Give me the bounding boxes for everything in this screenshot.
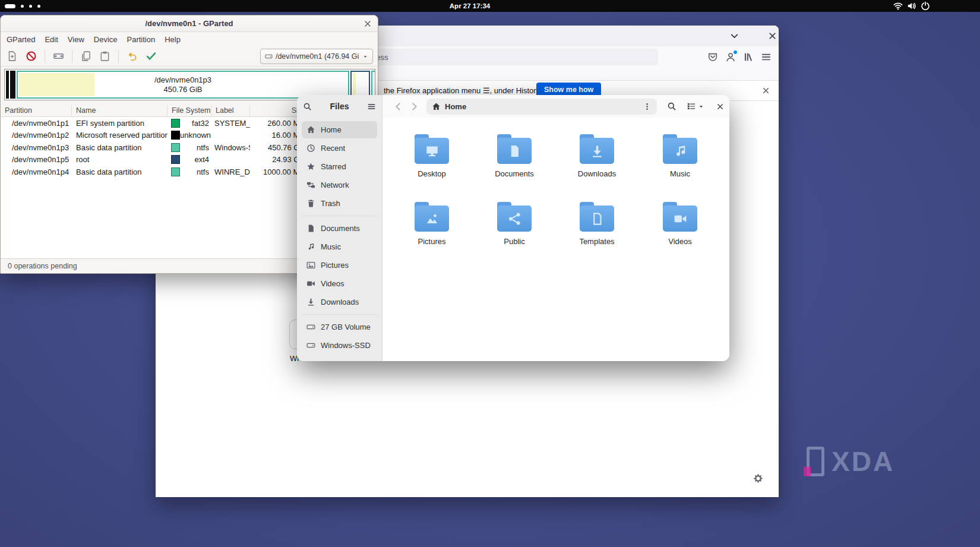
clock[interactable]: Apr 27 17:34 — [431, 0, 508, 12]
gparted-window-title: /dev/nvme0n1 - GParted — [1, 15, 378, 32]
sidebar-item-videos[interactable]: Videos — [302, 275, 377, 292]
partition-block-device: /dev/nvme0n1p3 — [18, 75, 348, 85]
copy-partition-button[interactable] — [80, 50, 91, 62]
home-icon — [306, 125, 315, 134]
paste-partition-button[interactable] — [99, 50, 110, 62]
filesystem-color-chip — [171, 167, 180, 176]
menu-gparted[interactable]: GParted — [2, 35, 40, 44]
folder-templates[interactable]: Templates — [564, 201, 630, 246]
sidebar-item-label: Windows-SSD — [321, 341, 371, 350]
partition-block-p4[interactable] — [371, 71, 375, 99]
menu-edit[interactable]: Edit — [40, 35, 62, 44]
partition-label: SYSTEM_DRV — [211, 119, 250, 128]
view-options-caret-icon[interactable] — [698, 103, 704, 110]
workspace-dot — [21, 5, 24, 8]
column-header-label[interactable]: Label — [211, 105, 250, 116]
folder-music[interactable]: Music — [647, 133, 713, 178]
sidebar-item-recent[interactable]: Recent — [302, 140, 377, 157]
apply-operations-button[interactable] — [146, 50, 157, 62]
partition-path: /dev/nvme0n1p4 — [1, 167, 72, 176]
folder-documents[interactable]: Documents — [482, 133, 547, 178]
downloads-icon — [306, 298, 315, 306]
volume-status-icon[interactable] — [907, 1, 916, 11]
gparted-titlebar[interactable]: /dev/nvme0n1 - GParted — [1, 15, 378, 32]
column-header-file-system[interactable]: File System — [167, 105, 211, 116]
filesystem-name: ntfs — [180, 143, 211, 152]
sidebar-item-label: Pictures — [321, 261, 349, 270]
search-toggle-icon[interactable] — [667, 102, 676, 111]
folder-body — [415, 138, 449, 164]
sidebar-item-windows-ssd[interactable]: Windows-SSD — [302, 337, 377, 354]
files-app-title: Files — [312, 102, 367, 111]
filesystem-color-chip — [171, 143, 180, 152]
app-menu-button[interactable] — [761, 52, 772, 62]
workspace-dot — [37, 5, 40, 8]
wifi-status-icon[interactable] — [893, 1, 903, 11]
folder-downloads[interactable]: Downloads — [564, 133, 630, 178]
sidebar-item-downloads[interactable]: Downloads — [302, 293, 377, 311]
view-toggle[interactable] — [687, 102, 704, 111]
power-status-icon[interactable] — [921, 1, 930, 11]
topbar-status-icons[interactable] — [893, 1, 930, 11]
library-button[interactable] — [743, 52, 754, 62]
menu-device[interactable]: Device — [89, 35, 122, 44]
partition-block-p1[interactable] — [6, 71, 9, 99]
current-location: Home — [445, 102, 466, 111]
partition-block-p2[interactable] — [10, 71, 15, 99]
activities-indicator[interactable] — [5, 0, 40, 12]
gparted-close-icon[interactable] — [363, 19, 372, 29]
back-button[interactable] — [393, 102, 403, 112]
folder-body — [497, 205, 532, 232]
folder-public[interactable]: Public — [482, 201, 547, 246]
folder-desktop[interactable]: Desktop — [399, 133, 464, 178]
menu-partition[interactable]: Partition — [122, 35, 160, 44]
infobar-close-icon[interactable] — [761, 86, 770, 95]
sidebar-item-network[interactable]: Network — [302, 176, 377, 194]
caret-down-icon — [362, 53, 368, 60]
partition-block-p5[interactable] — [350, 71, 370, 99]
gparted-toolbar-buttons — [7, 50, 157, 63]
gear-icon[interactable] — [753, 473, 763, 483]
sidebar-item-starred[interactable]: Starred — [302, 158, 377, 175]
folder-body — [497, 138, 532, 164]
undo-operation-button[interactable] — [127, 50, 138, 62]
path-bar[interactable]: Home — [426, 99, 657, 115]
files-menu-icon[interactable] — [367, 102, 376, 111]
forward-button[interactable] — [409, 102, 419, 112]
minimize-icon[interactable] — [729, 31, 739, 41]
sidebar-item-music[interactable]: Music — [302, 238, 377, 255]
column-header-name[interactable]: Name — [72, 105, 167, 116]
sidebar-item-trash[interactable]: Trash — [302, 195, 377, 212]
search-icon[interactable] — [303, 102, 312, 111]
column-header-partition[interactable]: Partition — [1, 105, 72, 116]
partition-filesystem: ntfs — [167, 167, 211, 176]
templates-emblem-icon — [590, 211, 605, 226]
partition-filesystem: unknown — [167, 131, 211, 140]
sidebar-item-27-gb-volume[interactable]: 27 GB Volume — [302, 318, 377, 336]
documents-icon — [306, 224, 315, 233]
partition-path: /dev/nvme0n1p5 — [1, 155, 72, 164]
sidebar-item-pictures[interactable]: Pictures — [302, 257, 377, 274]
folder-pictures[interactable]: Pictures — [399, 201, 464, 246]
documents-emblem-icon — [507, 144, 522, 159]
firefox-close-icon[interactable] — [767, 31, 777, 41]
resize-move-partition-button[interactable] — [53, 50, 64, 62]
new-partition-button[interactable] — [7, 50, 18, 62]
pocket-button[interactable] — [707, 52, 718, 62]
files-sidebar-header: Files — [297, 95, 382, 118]
folder-icon — [415, 138, 449, 164]
sidebar-item-documents[interactable]: Documents — [302, 220, 377, 237]
sidebar-item-home[interactable]: Home — [302, 121, 377, 138]
delete-partition-button[interactable] — [26, 50, 37, 62]
menu-help[interactable]: Help — [160, 35, 185, 44]
folder-videos[interactable]: Videos — [647, 201, 713, 246]
public-emblem-icon — [507, 211, 522, 226]
device-selector[interactable]: /dev/nvme0n1 (476.94 GiB) — [260, 49, 373, 64]
menu-view[interactable]: View — [63, 35, 89, 44]
location-menu-icon[interactable] — [643, 102, 652, 111]
files-close-icon[interactable] — [716, 102, 725, 111]
folder-body — [580, 138, 614, 164]
account-button[interactable] — [725, 52, 736, 62]
partition-block-p3[interactable]: /dev/nvme0n1p3 450.76 GiB — [17, 71, 349, 99]
folder-body — [580, 205, 614, 232]
